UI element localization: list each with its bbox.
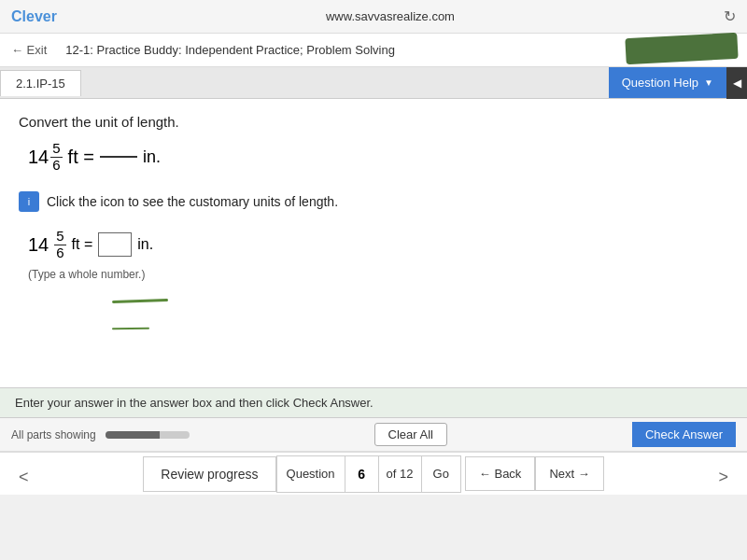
problem-title: Convert the unit of length. [19,114,728,130]
question-nav: Question 6 of 12 Go [276,455,461,493]
green-marker-decoration [625,33,738,64]
input-unit-ft: ft = [72,236,93,253]
progress-bar-fill [106,431,161,439]
instruction-bar: Enter your answer in the answer box and … [0,388,747,418]
right-arrow-icon[interactable]: > [718,468,728,487]
browser-url: www.savvasrealize.com [326,9,455,23]
exit-button[interactable]: ← Exit [11,43,47,57]
input-denominator: 6 [54,245,65,261]
back-button[interactable]: ← Back [465,456,536,491]
pen-line-1 [112,299,168,303]
go-button[interactable]: Go [422,456,460,492]
unit-in-display: in. [143,147,161,167]
left-arrow-icon[interactable]: < [19,468,29,487]
progress-bar [106,431,190,439]
side-panel-arrow[interactable]: ◀ [726,67,747,99]
check-answer-button[interactable]: Check Answer [632,422,736,447]
blank-display [100,156,137,158]
pen-line-2 [112,328,149,330]
whole-number-display: 14 [28,147,49,168]
input-whole: 14 [28,234,49,256]
clear-all-button[interactable]: Clear All [374,423,447,446]
input-numerator: 5 [54,229,65,245]
check-bar: All parts showing Clear All Check Answer [0,418,747,452]
info-icon[interactable]: i [19,191,39,212]
pen-marks-decoration [19,300,728,356]
browser-bar: Clever www.savvasrealize.com ↻ [0,0,747,34]
question-nav-label: Question [277,456,345,492]
tab-label[interactable]: 2.1.IP-15 [0,70,81,96]
dropdown-arrow-icon: ▼ [704,77,713,88]
input-fraction-row: 14 5 6 ft = in. [28,229,728,260]
instruction-text: Click the icon to see the customary unit… [47,194,338,209]
problem-display-equation: 14 5 6 ft = in. [28,141,728,173]
icon-instruction: i Click the icon to see the customary un… [19,191,728,212]
parts-showing: All parts showing [11,428,190,441]
question-number-input[interactable]: 6 [345,456,379,492]
fraction-display-part: 5 6 [50,141,62,173]
tab-bar: 2.1.IP-15 Question Help ▼ ◀ [0,67,747,99]
input-unit-in: in. [137,236,153,253]
review-progress-button[interactable]: Review progress [143,456,275,492]
denominator-display: 6 [50,158,62,174]
of-total-label: of 12 [379,456,422,492]
nav-title: 12-1: Practice Buddy: Independent Practi… [65,43,395,57]
unit-ft-display: ft = [68,147,94,168]
mixed-number-display: 14 5 6 [28,141,63,173]
answer-input[interactable] [98,232,132,257]
nav-bar: ← Exit 12-1: Practice Buddy: Independent… [0,34,747,67]
next-button[interactable]: Next → [535,456,603,491]
refresh-icon[interactable]: ↻ [724,7,736,25]
all-parts-label: All parts showing [11,428,96,441]
instruction-bar-text: Enter your answer in the answer box and … [15,396,374,410]
numerator-display: 5 [50,141,62,158]
clever-logo: Clever [11,8,57,25]
question-help-button[interactable]: Question Help ▼ [609,67,726,98]
bottom-nav: Review progress Question 6 of 12 Go ← Ba… [0,452,747,495]
main-content: Convert the unit of length. 14 5 6 ft = … [0,99,747,388]
hint-text: (Type a whole number.) [28,268,728,281]
input-fraction: 5 6 [54,229,65,260]
